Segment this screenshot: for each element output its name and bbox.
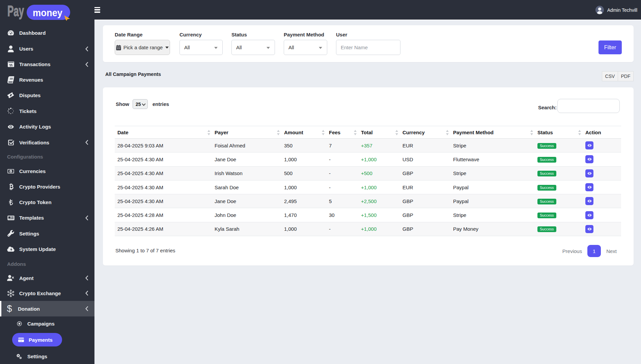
svg-text:Pay: Pay — [7, 3, 24, 19]
svg-text:money: money — [33, 7, 62, 18]
